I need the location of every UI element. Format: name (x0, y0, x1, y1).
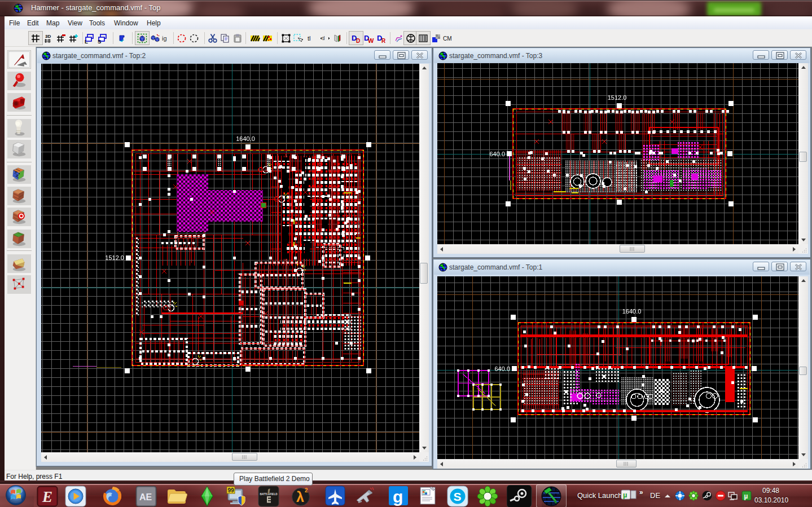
svg-text:tl: tl (322, 36, 325, 41)
svg-text:W: W (368, 37, 374, 43)
svg-text:E: E (42, 488, 52, 505)
svg-text:µ: µ (623, 491, 627, 499)
svg-text:λ: λ (296, 489, 304, 505)
svg-text:1640.0: 1640.0 (236, 135, 255, 142)
svg-text:1640.0: 1640.0 (622, 308, 642, 315)
svg-text:g: g (393, 487, 403, 506)
svg-text:1512.0: 1512.0 (608, 94, 627, 101)
svg-text:D: D (356, 38, 360, 43)
svg-text:S: S (454, 490, 462, 503)
svg-text:640.0: 640.0 (489, 151, 505, 157)
svg-text:µ: µ (744, 492, 748, 500)
svg-text:L: L (85, 38, 88, 44)
svg-text:640.0: 640.0 (494, 365, 510, 372)
svg-text:99: 99 (228, 487, 235, 493)
svg-text:R: R (381, 38, 386, 43)
svg-text:AE: AE (139, 492, 152, 502)
svg-text:1512.0: 1512.0 (105, 254, 124, 261)
svg-text:CM: CM (443, 36, 452, 42)
svg-text:tl: tl (308, 35, 311, 42)
svg-text:S: S (98, 38, 101, 44)
svg-text:2: 2 (305, 487, 308, 493)
svg-text:ig: ig (162, 35, 167, 42)
svg-text:3D: 3D (45, 34, 51, 39)
